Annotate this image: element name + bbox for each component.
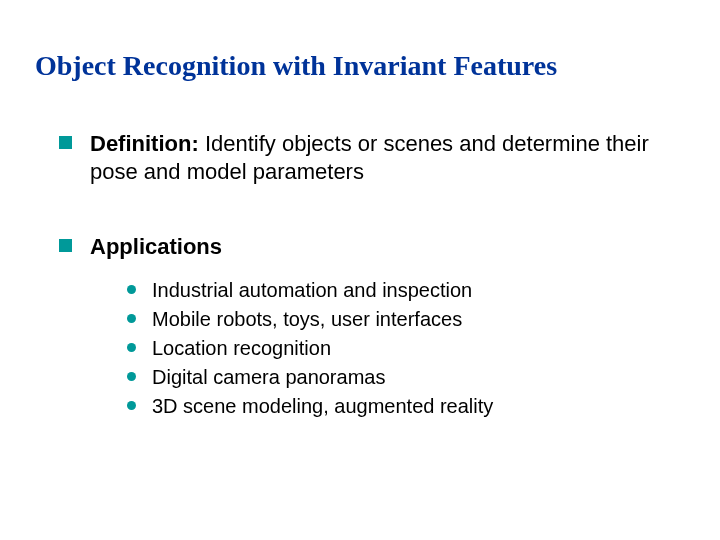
slide-title: Object Recognition with Invariant Featur…: [35, 50, 685, 82]
sub-bullet-text: Location recognition: [152, 335, 331, 361]
sub-bullet-text: Industrial automation and inspection: [152, 277, 472, 303]
round-bullet-icon: [127, 401, 136, 410]
bullet-text: Applications: [90, 233, 685, 261]
bullet-label: Applications: [90, 234, 222, 259]
bullet-label: Definition:: [90, 131, 199, 156]
slide: Object Recognition with Invariant Featur…: [0, 0, 720, 452]
round-bullet-icon: [127, 343, 136, 352]
sub-bullet-text: Digital camera panoramas: [152, 364, 385, 390]
bullet-item: Applications: [59, 233, 685, 261]
sub-bullet-item: Industrial automation and inspection: [127, 277, 685, 303]
round-bullet-icon: [127, 314, 136, 323]
sub-bullet-list: Industrial automation and inspection Mob…: [127, 277, 685, 419]
sub-bullet-item: 3D scene modeling, augmented reality: [127, 393, 685, 419]
spacer: [59, 189, 685, 233]
bullet-item: Definition: Identify objects or scenes a…: [59, 130, 685, 185]
bullet-text: Definition: Identify objects or scenes a…: [90, 130, 685, 185]
sub-bullet-item: Digital camera panoramas: [127, 364, 685, 390]
sub-bullet-item: Location recognition: [127, 335, 685, 361]
round-bullet-icon: [127, 372, 136, 381]
round-bullet-icon: [127, 285, 136, 294]
sub-bullet-text: 3D scene modeling, augmented reality: [152, 393, 493, 419]
sub-bullet-text: Mobile robots, toys, user interfaces: [152, 306, 462, 332]
bullet-list: Definition: Identify objects or scenes a…: [59, 130, 685, 419]
square-bullet-icon: [59, 239, 72, 252]
sub-bullet-item: Mobile robots, toys, user interfaces: [127, 306, 685, 332]
square-bullet-icon: [59, 136, 72, 149]
